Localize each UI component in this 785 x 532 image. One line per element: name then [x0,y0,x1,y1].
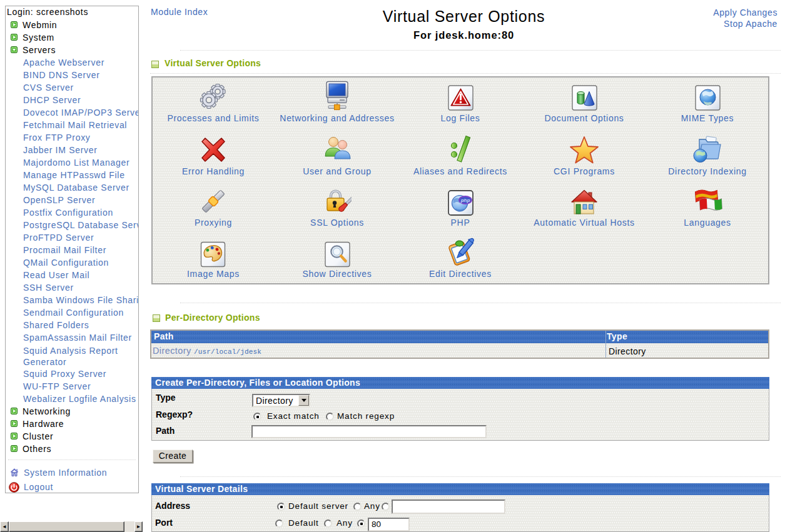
svg-text:php: php [460,198,470,203]
